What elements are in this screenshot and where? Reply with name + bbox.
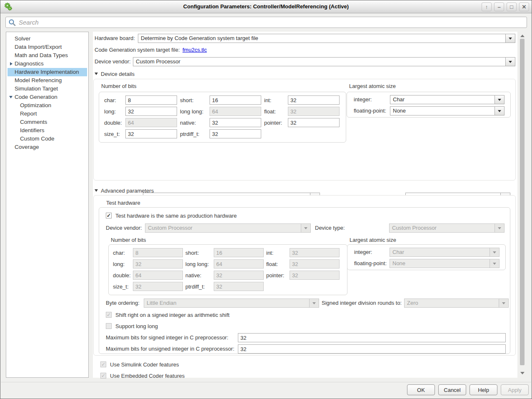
hardware-board-select[interactable]: Determine by Code Generation system targ… xyxy=(138,34,515,43)
max-signed-bits-label: Maximum bits for signed integer in C pre… xyxy=(106,333,228,342)
search-icon xyxy=(8,19,16,26)
test-ptrdiff-t-bits-input xyxy=(214,282,264,291)
test-native-bits-input xyxy=(214,271,264,280)
same-as-production-label: Test hardware is the same as production … xyxy=(115,213,237,219)
sidebar-item-hardware-implementation[interactable]: Hardware Implementation xyxy=(7,68,87,76)
dropdown-button xyxy=(495,95,504,104)
test-long-bits-label: long: xyxy=(113,261,130,267)
target-file-label: Code Generation system target file: xyxy=(95,45,180,55)
sidebar-item-label: Diagnostics xyxy=(15,60,44,67)
minimize-button[interactable]: – xyxy=(494,3,504,11)
sidebar-item-code-generation[interactable]: Code Generation xyxy=(7,93,87,101)
help-button[interactable]: Help xyxy=(470,384,497,395)
device-vendor-select[interactable]: Custom Processor xyxy=(133,57,515,66)
number-of-bits-group: char: short: int: long: long long: float… xyxy=(99,92,346,143)
ptrdiff-t-bits-input[interactable] xyxy=(210,129,261,138)
dropdown-button xyxy=(490,248,499,256)
long-bits-input[interactable] xyxy=(125,107,177,116)
device-details-toggle[interactable]: Device details xyxy=(95,70,135,78)
maximize-button[interactable]: □ xyxy=(507,3,517,11)
test-device-type-select: Custom Processor xyxy=(389,223,505,233)
sidebar-item-coverage[interactable]: Coverage xyxy=(7,143,87,151)
ok-button[interactable]: OK xyxy=(407,384,435,395)
test-long-long-bits-label: long long: xyxy=(185,261,211,267)
test-native-bits-label: native: xyxy=(185,272,211,279)
minimize-icon: – xyxy=(497,4,500,10)
target-file-link[interactable]: fmu2cs.tlc xyxy=(182,45,207,55)
chevron-down-icon xyxy=(498,227,501,229)
ptrdiff-t-bits-label: ptrdiff_t: xyxy=(180,131,207,137)
use-simulink-coder-checkbox: ✓ xyxy=(100,361,106,367)
sidebar-item-model-referencing[interactable]: Model Referencing xyxy=(7,76,87,85)
advanced-parameters-toggle[interactable]: Advanced parameters xyxy=(95,186,154,195)
sidebar-item-math-and-data-types[interactable]: Math and Data Types xyxy=(7,51,87,60)
sidebar-item-report[interactable]: Report xyxy=(7,110,87,118)
test-char-bits-label: char: xyxy=(113,250,130,256)
test-size-t-bits-input xyxy=(133,282,183,291)
use-embedded-coder-label: Use Embedded Coder features xyxy=(110,373,185,379)
scrollbar-thumb[interactable] xyxy=(520,39,525,365)
test-hardware-group: ✓ Test hardware is the same as productio… xyxy=(99,207,510,354)
same-as-production-checkbox[interactable]: ✓ xyxy=(106,213,112,218)
test-support-long-long-label: Support long long xyxy=(115,323,158,329)
max-signed-bits-input[interactable] xyxy=(238,333,506,342)
test-number-of-bits-group: char: short: int: long: long long: float… xyxy=(108,244,347,295)
sidebar-item-optimization[interactable]: Optimization xyxy=(7,101,87,110)
short-bits-label: short: xyxy=(180,97,207,103)
configuration-parameters-dialog: Configuration Parameters: Controller/Mod… xyxy=(0,0,532,399)
scroll-down-arrow-icon[interactable] xyxy=(520,372,525,374)
test-pointer-bits-input xyxy=(290,271,340,280)
dropdown-button xyxy=(505,58,515,66)
atomic-float-select[interactable]: None xyxy=(390,106,505,115)
atomic-integer-select[interactable]: Char xyxy=(390,95,505,104)
test-device-vendor-label: Device vendor: xyxy=(106,223,142,233)
settings-tree: Solver Data Import/Export Math and Data … xyxy=(6,32,89,378)
shade-icon: ↑ xyxy=(485,4,488,10)
short-bits-input[interactable] xyxy=(210,95,261,105)
test-atomic-float-value: None xyxy=(390,259,490,268)
hardware-board-value: Determine by Code Generation system targ… xyxy=(138,34,505,43)
expanded-arrow-icon xyxy=(9,96,12,98)
largest-atomic-size-title: Largest atomic size xyxy=(349,83,396,90)
chevron-down-icon xyxy=(502,302,505,304)
sidebar-item-data-import-export[interactable]: Data Import/Export xyxy=(7,43,87,51)
int-bits-label: int: xyxy=(264,97,285,103)
test-double-bits-label: double: xyxy=(113,272,130,279)
test-byte-ordering-select: Little Endian xyxy=(144,299,319,308)
sidebar-item-simulation-target[interactable]: Simulation Target xyxy=(7,85,87,93)
shade-button[interactable]: ↑ xyxy=(482,3,492,11)
scroll-up-arrow-icon[interactable] xyxy=(520,35,525,37)
test-shift-right-label: Shift right on a signed integer as arith… xyxy=(115,312,230,318)
checkmark-icon: ✓ xyxy=(107,312,111,317)
sidebar-item-comments[interactable]: Comments xyxy=(7,118,87,126)
dropdown-button xyxy=(499,299,508,307)
int-bits-input[interactable] xyxy=(288,95,340,105)
sidebar-item-solver[interactable]: Solver xyxy=(7,35,87,43)
max-unsigned-bits-label: Maximum bits for unsigned integer in C p… xyxy=(106,344,235,354)
expanded-arrow-icon xyxy=(95,73,98,75)
char-bits-input[interactable] xyxy=(125,95,177,105)
search-input[interactable] xyxy=(18,18,524,26)
cancel-button[interactable]: Cancel xyxy=(438,384,466,395)
dropdown-button xyxy=(490,259,499,268)
size-t-bits-input[interactable] xyxy=(125,129,177,138)
sidebar-item-identifiers[interactable]: Identifiers xyxy=(7,126,87,135)
test-atomic-float-select: None xyxy=(390,259,500,268)
number-of-bits-title: Number of bits xyxy=(101,83,137,90)
dialog-footer: OK Cancel Help Apply xyxy=(1,382,531,398)
test-largest-atomic-size-group: integer: Char floating-point: None xyxy=(347,244,506,270)
test-atomic-integer-label: integer: xyxy=(354,248,372,257)
device-vendor-value: Custom Processor xyxy=(133,58,505,66)
test-device-vendor-value: Custom Processor xyxy=(145,224,301,232)
title-bar: Configuration Parameters: Controller/Mod… xyxy=(0,0,532,13)
native-bits-input[interactable] xyxy=(210,118,261,127)
vertical-scrollbar[interactable] xyxy=(519,33,526,378)
close-button[interactable]: ✕ xyxy=(519,3,529,11)
chevron-down-icon xyxy=(312,302,316,304)
max-unsigned-bits-input[interactable] xyxy=(238,344,506,354)
pointer-bits-input[interactable] xyxy=(288,118,340,127)
dropdown-button xyxy=(301,224,310,232)
sidebar-item-custom-code[interactable]: Custom Code xyxy=(7,135,87,143)
sidebar-item-diagnostics[interactable]: Diagnostics xyxy=(7,60,87,68)
chevron-down-icon xyxy=(509,61,512,63)
